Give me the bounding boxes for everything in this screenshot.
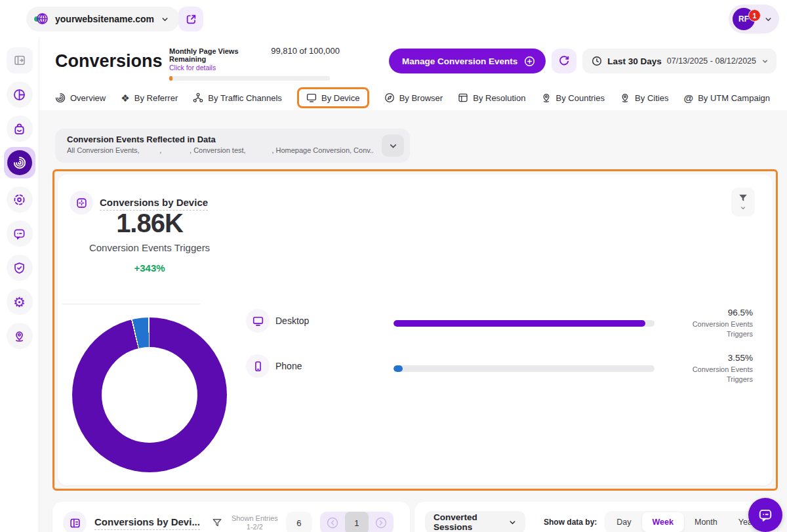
- target-icon: [13, 194, 26, 206]
- window-layout-icon: [458, 92, 468, 103]
- sidebar-item-conversions[interactable]: [4, 147, 35, 178]
- current-page: 1: [345, 512, 369, 532]
- metric-label: Conversion Events Triggers: [64, 242, 235, 253]
- sidebar-item-goals[interactable]: [7, 186, 33, 213]
- conversions-by-device-table-card: Conversions by Devi... Shown Entries 1-2…: [52, 502, 410, 532]
- legend-bar: [394, 320, 655, 327]
- at-icon: @: [684, 93, 694, 103]
- sidebar-item-feedback[interactable]: [7, 220, 33, 247]
- account-menu[interactable]: RF 1: [729, 5, 779, 33]
- swirl-icon: [55, 92, 66, 103]
- legend-value-block: 3.55% Conversion Events Triggers: [655, 353, 753, 384]
- legend-percent: 96.5%: [655, 308, 753, 317]
- legend-bar: [394, 365, 655, 372]
- card-title: Conversions by Devi...: [94, 516, 200, 530]
- top-bar: yourwebsitename.com RF 1: [0, 0, 787, 38]
- clock-icon: [592, 56, 602, 66]
- notification-badge: 1: [748, 9, 761, 22]
- divider: [62, 304, 200, 304]
- sidebar-item-privacy[interactable]: [7, 255, 33, 281]
- tab-by-cities[interactable]: By Cities: [620, 92, 668, 103]
- website-globe-icon: [33, 12, 49, 26]
- legend-caption: Conversion Events Triggers: [681, 319, 753, 339]
- page-title: Conversions: [55, 51, 163, 72]
- banner-subtitle: All Conversion Events, , , Conversion te…: [67, 146, 373, 154]
- table-icon: [63, 511, 87, 532]
- chat-bubble-icon: [758, 508, 773, 522]
- avatar: RF 1: [733, 8, 755, 30]
- segment-option-month[interactable]: Month: [684, 512, 728, 532]
- collapse-panel-icon[interactable]: [7, 47, 33, 73]
- monitor-icon: [246, 309, 270, 333]
- website-name: yourwebsitename.com: [55, 14, 154, 24]
- funnel-icon: [738, 193, 748, 203]
- conversion-events-banner: Conversion Events Reflected in Data All …: [55, 129, 410, 163]
- metric-summary: 1.86K Conversion Events Triggers +343%: [64, 209, 235, 274]
- compass-icon: [384, 92, 395, 103]
- refresh-button[interactable]: [552, 49, 576, 73]
- page-header: Conversions Monthly Page Views Remaining…: [39, 38, 787, 110]
- segment-option-week[interactable]: Week: [642, 512, 684, 532]
- banner-title: Conversion Events Reflected in Data: [67, 134, 373, 144]
- legend-caption: Conversion Events Triggers: [681, 365, 753, 384]
- legend-label: Phone: [275, 361, 302, 371]
- quota-progress-bar: [169, 76, 330, 81]
- website-selector[interactable]: yourwebsitename.com: [26, 7, 180, 31]
- quota-details-link[interactable]: Click for details: [169, 64, 340, 72]
- monitor-icon: [306, 92, 317, 103]
- metric-change: +343%: [64, 262, 235, 274]
- funnel-icon[interactable]: [212, 518, 222, 528]
- date-range-picker[interactable]: Last 30 Days 07/13/2025 - 08/12/2025: [582, 49, 777, 73]
- quota-value: 99,810 of 100,000: [271, 46, 340, 56]
- referrer-diamond-icon: ❖: [121, 93, 129, 103]
- next-page-button[interactable]: [369, 512, 394, 532]
- pie-chart-icon: [13, 89, 26, 101]
- page-size-select[interactable]: 6: [286, 512, 312, 532]
- tab-by-resolution[interactable]: By Resolution: [458, 92, 525, 103]
- refresh-icon: [558, 55, 570, 67]
- prev-page-button[interactable]: [320, 512, 345, 532]
- legend-value-block: 96.5% Conversion Events Triggers: [655, 308, 753, 339]
- quota-block: Monthly Page Views Remaining 99,810 of 1…: [169, 46, 340, 81]
- tab-by-traffic-channels[interactable]: By Traffic Channels: [193, 92, 281, 103]
- granularity-segment: Day Week Month Year: [605, 511, 767, 532]
- sidebar-item-settings[interactable]: ⚙: [7, 289, 33, 315]
- banner-expand-button[interactable]: [382, 134, 404, 157]
- legend-row-desktop[interactable]: Desktop 96.5% Conversion Events Triggers: [58, 309, 773, 335]
- location-pin-icon: [13, 330, 26, 342]
- chevron-down-icon: [508, 518, 517, 527]
- manage-conversion-events-button[interactable]: Manage Conversion Events: [389, 49, 546, 73]
- sidebar-item-locations[interactable]: [7, 323, 33, 349]
- sidebar-nav: ⚙: [0, 38, 39, 532]
- highlight-box-device-card: Conversions by Device 1.86K Conversion E…: [52, 169, 778, 491]
- quota-label: Monthly Page Views Remaining: [169, 47, 264, 63]
- main-content: Conversions Monthly Page Views Remaining…: [39, 38, 787, 532]
- open-website-button[interactable]: [178, 7, 203, 31]
- tab-by-utm-campaign[interactable]: @ By UTM Campaign: [684, 93, 770, 103]
- card-filter-button[interactable]: [731, 188, 755, 216]
- legend-row-phone[interactable]: Phone 3.55% Conversion Events Triggers: [58, 354, 773, 380]
- map-pin-icon: [541, 92, 552, 103]
- tab-by-referrer[interactable]: ❖ By Referrer: [121, 93, 178, 103]
- sidebar-item-ecommerce[interactable]: [7, 115, 33, 142]
- device-donut-chart[interactable]: [72, 317, 227, 472]
- tab-by-countries[interactable]: By Countries: [541, 92, 605, 103]
- chevron-down-icon: [764, 15, 773, 24]
- segment-option-day[interactable]: Day: [606, 512, 641, 532]
- chevron-down-icon: [161, 15, 169, 24]
- metric-value: 1.86K: [64, 209, 235, 238]
- conversions-by-device-card: Conversions by Device 1.86K Conversion E…: [58, 174, 773, 485]
- conversions-swirl-icon: [7, 150, 32, 175]
- report-tabs: Overview ❖ By Referrer By Traffic Channe…: [55, 85, 770, 110]
- tab-overview[interactable]: Overview: [55, 92, 106, 103]
- chat-icon: [13, 228, 26, 240]
- external-link-icon: [186, 14, 197, 25]
- tab-by-browser[interactable]: By Browser: [384, 92, 443, 103]
- sidebar-item-analytics[interactable]: [7, 81, 33, 108]
- tab-by-device[interactable]: By Device: [297, 87, 369, 108]
- chat-fab-button[interactable]: [748, 498, 782, 532]
- map-pin-icon: [620, 92, 630, 103]
- metric-dropdown[interactable]: Converted Sessions: [425, 511, 525, 532]
- legend-label: Desktop: [275, 316, 309, 326]
- chevron-down-icon: [761, 58, 769, 65]
